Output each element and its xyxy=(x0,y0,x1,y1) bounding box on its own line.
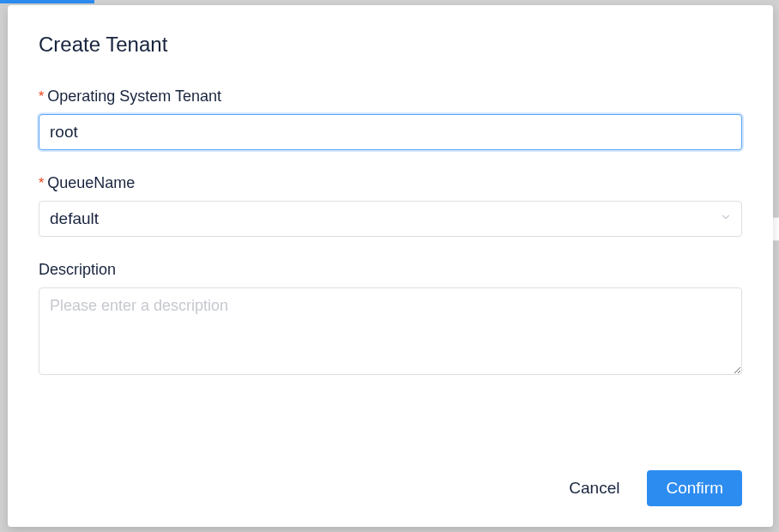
required-marker: * xyxy=(39,89,44,104)
tenant-label: *Operating System Tenant xyxy=(39,88,742,106)
modal-footer: Cancel Confirm xyxy=(39,453,742,506)
tenant-field-group: *Operating System Tenant xyxy=(39,88,742,150)
queue-selected-value: default xyxy=(50,209,99,228)
description-field-group: Description xyxy=(39,261,742,378)
queue-field-group: *QueueName default xyxy=(39,174,742,237)
description-textarea[interactable] xyxy=(39,287,742,375)
queue-label-text: QueueName xyxy=(47,174,135,191)
tenant-label-text: Operating System Tenant xyxy=(47,88,221,105)
confirm-button[interactable]: Confirm xyxy=(647,470,742,506)
tenant-input[interactable] xyxy=(39,114,742,150)
queue-label: *QueueName xyxy=(39,174,742,192)
queue-select-display[interactable]: default xyxy=(39,201,742,237)
queue-select[interactable]: default xyxy=(39,201,742,237)
backdrop-accent xyxy=(0,0,94,3)
required-marker: * xyxy=(39,176,44,190)
modal-title: Create Tenant xyxy=(39,33,742,57)
create-tenant-modal: Create Tenant *Operating System Tenant *… xyxy=(8,5,773,527)
description-label: Description xyxy=(39,261,742,279)
cancel-button[interactable]: Cancel xyxy=(565,472,623,505)
